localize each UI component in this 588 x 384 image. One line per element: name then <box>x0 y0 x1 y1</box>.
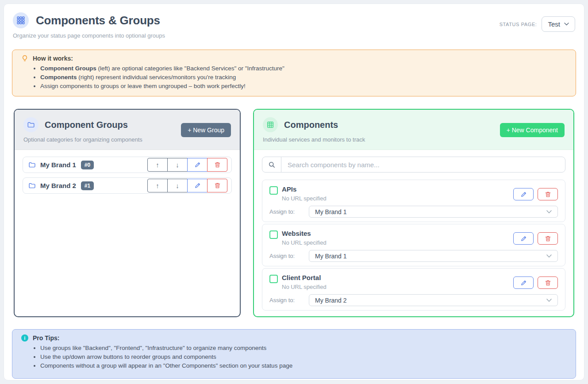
components-grid-icon <box>13 12 29 28</box>
delete-group-button[interactable] <box>207 158 227 172</box>
component-name: Client Portal <box>282 274 327 281</box>
component-checkbox[interactable] <box>269 275 278 283</box>
folder-icon <box>28 182 36 189</box>
component-actions <box>513 188 558 200</box>
lightbulb-icon <box>21 55 28 62</box>
components-panel-header: Components Individual services and monit… <box>254 110 573 150</box>
status-page-selector[interactable]: Test <box>542 16 575 32</box>
how-it-works-item: Component Groups (left) are optional cat… <box>40 64 567 73</box>
groups-panel-header: Component Groups Optional categories for… <box>15 110 240 150</box>
move-down-button[interactable]: ↓ <box>167 158 188 172</box>
new-group-button[interactable]: + New Group <box>181 123 231 137</box>
search-icon <box>262 157 281 172</box>
pencil-icon <box>520 235 527 242</box>
group-order-badge: #1 <box>81 181 94 190</box>
pencil-icon <box>520 191 527 198</box>
group-name: My Brand 1 <box>40 161 76 169</box>
pencil-icon <box>520 280 527 286</box>
assign-to-label: Assign to: <box>269 208 309 215</box>
component-checkbox[interactable] <box>269 186 278 195</box>
edit-component-button[interactable] <box>513 276 534 289</box>
arrow-up-icon: ↑ <box>156 182 159 189</box>
assign-group-select[interactable]: My Brand 1 <box>309 250 558 262</box>
group-row: My Brand 2 #1 ↑ ↓ <box>23 177 232 194</box>
arrow-down-icon: ↓ <box>176 161 179 169</box>
pencil-icon <box>194 161 201 168</box>
page-header: Components & Groups Organize your status… <box>12 12 576 39</box>
delete-component-button[interactable] <box>538 232 558 245</box>
pencil-icon <box>194 182 201 189</box>
chevron-down-icon <box>546 210 552 214</box>
move-up-button[interactable]: ↑ <box>147 179 168 192</box>
component-name: APIs <box>282 185 327 193</box>
chevron-down-icon <box>546 254 552 258</box>
pro-tips-box: i Pro Tips: Use groups like "Backend", "… <box>12 329 576 379</box>
component-card: Websites No URL specified <box>262 224 565 266</box>
components-panel: Components Individual services and monit… <box>253 109 574 317</box>
chevron-down-icon <box>546 299 552 302</box>
component-checkbox[interactable] <box>269 230 278 239</box>
group-name: My Brand 2 <box>40 182 76 189</box>
component-search <box>262 157 565 173</box>
trash-icon <box>545 235 551 242</box>
delete-component-button[interactable] <box>538 188 558 200</box>
group-order-badge: #0 <box>81 161 94 169</box>
how-it-works-box: How it works: Component Groups (left) ar… <box>12 50 576 96</box>
component-url-note: No URL specified <box>282 239 327 246</box>
component-actions <box>513 232 558 245</box>
delete-group-button[interactable] <box>207 179 227 192</box>
components-panel-title: Components <box>284 120 338 130</box>
search-input[interactable] <box>281 157 565 172</box>
pro-tips-list: Use groups like "Backend", "Frontend", "… <box>21 344 567 370</box>
group-actions: ↑ ↓ <box>147 179 227 192</box>
table-grid-icon <box>263 117 278 132</box>
delete-component-button[interactable] <box>538 276 558 289</box>
component-card: Client Portal No URL specified <box>262 268 565 311</box>
components-groups-page: Components & Groups Organize your status… <box>0 0 588 384</box>
status-page-value: Test <box>548 20 560 28</box>
components-panel-subtitle: Individual services and monitors to trac… <box>263 136 365 143</box>
trash-icon <box>214 161 221 168</box>
trash-icon <box>545 191 551 198</box>
pro-tip-item: Use groups like "Backend", "Frontend", "… <box>40 344 567 353</box>
how-it-works-item: Components (right) represent individual … <box>40 73 567 82</box>
arrow-up-icon: ↑ <box>156 161 159 169</box>
trash-icon <box>214 182 221 189</box>
arrow-down-icon: ↓ <box>176 182 179 189</box>
chevron-down-icon <box>564 23 569 26</box>
trash-icon <box>545 280 551 286</box>
pro-tips-title: Pro Tips: <box>33 334 59 342</box>
assign-to-label: Assign to: <box>269 253 309 259</box>
groups-list: My Brand 1 #0 ↑ ↓ My B <box>15 150 240 316</box>
edit-group-button[interactable] <box>187 158 208 172</box>
status-page-label: STATUS PAGE: <box>500 22 537 27</box>
move-down-button[interactable]: ↓ <box>167 179 188 192</box>
assigned-group-value: My Brand 2 <box>315 297 347 304</box>
edit-component-button[interactable] <box>513 188 534 200</box>
components-body: APIs No URL specified <box>254 150 573 316</box>
component-actions <box>513 276 558 289</box>
assigned-group-value: My Brand 1 <box>315 208 347 215</box>
how-it-works-list: Component Groups (left) are optional cat… <box>21 64 567 91</box>
page-header-left: Components & Groups Organize your status… <box>13 12 165 39</box>
assign-group-select[interactable]: My Brand 2 <box>309 294 558 306</box>
assign-group-select[interactable]: My Brand 1 <box>309 206 558 218</box>
page-subtitle: Organize your status page components int… <box>13 32 165 39</box>
group-row: My Brand 1 #0 ↑ ↓ <box>23 157 232 173</box>
edit-component-button[interactable] <box>513 232 534 245</box>
folder-icon <box>23 117 38 132</box>
component-url-note: No URL specified <box>282 284 327 290</box>
component-groups-panel: Component Groups Optional categories for… <box>14 109 241 317</box>
assign-to-label: Assign to: <box>269 297 309 303</box>
component-url-note: No URL specified <box>282 195 327 202</box>
component-card: APIs No URL specified <box>262 180 565 222</box>
move-up-button[interactable]: ↑ <box>147 158 168 172</box>
pro-tip-item: Use the up/down arrow buttons to reorder… <box>40 353 567 361</box>
component-name: Websites <box>282 230 327 237</box>
pro-tip-item: Components without a group will appear i… <box>40 361 567 370</box>
assigned-group-value: My Brand 1 <box>315 253 347 260</box>
edit-group-button[interactable] <box>187 179 208 192</box>
new-component-button[interactable]: + New Component <box>500 123 565 137</box>
components-list: APIs No URL specified <box>262 180 565 311</box>
page-title: Components & Groups <box>36 14 160 27</box>
